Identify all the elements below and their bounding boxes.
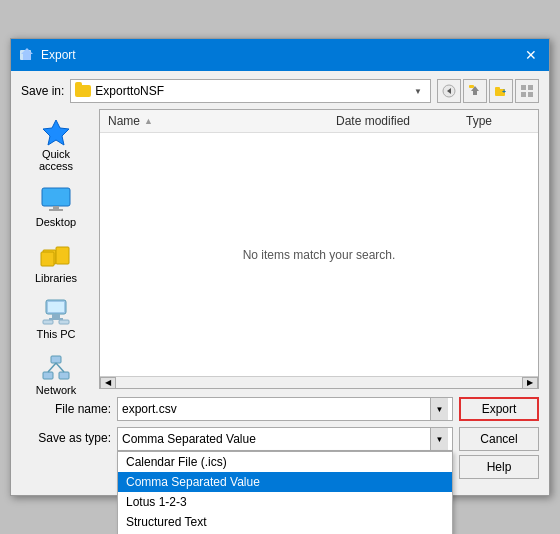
svg-rect-11 (528, 85, 533, 90)
col-type-header[interactable]: Type (458, 112, 538, 130)
filetype-selected-text: Comma Separated Value (122, 432, 430, 446)
horizontal-scrollbar[interactable]: ◀ ▶ (100, 376, 538, 388)
title-bar: Export ✕ (11, 39, 549, 71)
svg-rect-28 (51, 356, 61, 363)
svg-rect-18 (49, 209, 63, 211)
up-icon (468, 84, 482, 98)
sidebar-item-quick-access[interactable]: Quick access (21, 113, 91, 177)
filetype-dropdown-list: Calendar File (.ics) Comma Separated Val… (117, 451, 453, 534)
col-date-header[interactable]: Date modified (328, 112, 458, 130)
filename-combo-arrow[interactable]: ▼ (430, 398, 448, 420)
dialog-title: Export (41, 48, 76, 62)
filename-input[interactable] (122, 402, 430, 416)
sidebar-item-this-pc[interactable]: This PC (21, 293, 91, 345)
right-buttons: Export (459, 397, 539, 421)
new-folder-icon: + (494, 84, 508, 98)
filetype-option-1[interactable]: Comma Separated Value (118, 472, 452, 492)
save-in-label: Save in: (21, 84, 64, 98)
filetype-option-2[interactable]: Lotus 1-2-3 (118, 492, 452, 512)
svg-rect-24 (52, 314, 60, 318)
scroll-track[interactable] (116, 377, 522, 389)
views-icon (520, 84, 534, 98)
save-in-combo[interactable]: ExporttoNSF ▼ (70, 79, 431, 103)
export-title-icon (19, 47, 35, 63)
col-name-header[interactable]: Name ▲ (100, 112, 328, 130)
filename-label: File name: (21, 402, 111, 416)
help-button[interactable]: Help (459, 455, 539, 479)
export-button[interactable]: Export (459, 397, 539, 421)
filetype-arrow-icon: ▼ (430, 428, 448, 450)
empty-message: No items match your search. (243, 248, 396, 262)
sidebar-item-desktop-label: Desktop (36, 216, 76, 228)
svg-rect-6 (469, 85, 474, 88)
svg-rect-30 (59, 372, 69, 379)
main-area: Quick access Desktop (21, 109, 539, 389)
svg-rect-8 (495, 87, 500, 90)
toolbar-buttons: + (437, 79, 539, 103)
up-button[interactable] (463, 79, 487, 103)
svg-rect-13 (528, 92, 533, 97)
svg-rect-26 (43, 320, 53, 324)
filetype-option-0[interactable]: Calendar File (.ics) (118, 452, 452, 472)
svg-rect-15 (42, 188, 70, 206)
cancel-button[interactable]: Cancel (459, 427, 539, 451)
svg-rect-29 (43, 372, 53, 379)
file-list-body: No items match your search. (100, 133, 538, 376)
sidebar-item-libraries[interactable]: Libraries (21, 237, 91, 289)
filetype-dropdown-container: Comma Separated Value ▼ Calendar File (.… (117, 427, 453, 451)
export-dialog: Export ✕ Save in: ExporttoNSF ▼ (10, 38, 550, 496)
svg-rect-21 (56, 247, 69, 264)
filetype-row: Save as type: Comma Separated Value ▼ Ca… (21, 427, 539, 479)
network-icon (40, 354, 72, 382)
views-button[interactable] (515, 79, 539, 103)
bottom-section: File name: ▼ Export Save as type: Comma … (21, 397, 539, 479)
sidebar-item-quick-access-label: Quick access (24, 148, 88, 172)
filetype-dropdown[interactable]: Comma Separated Value ▼ (117, 427, 453, 451)
filename-input-container[interactable]: ▼ (117, 397, 453, 421)
new-folder-button[interactable]: + (489, 79, 513, 103)
sort-arrow-icon: ▲ (144, 116, 153, 126)
libraries-icon (40, 242, 72, 270)
save-in-folder-text: ExporttoNSF (95, 84, 406, 98)
svg-rect-12 (521, 92, 526, 97)
sidebar: Quick access Desktop (21, 109, 91, 389)
right-buttons-2: Cancel Help (459, 427, 539, 479)
folder-icon (75, 85, 91, 97)
sidebar-item-network-label: Network (36, 384, 76, 396)
title-bar-left: Export (19, 47, 76, 63)
close-button[interactable]: ✕ (521, 45, 541, 65)
back-icon (442, 84, 456, 98)
back-button[interactable] (437, 79, 461, 103)
svg-rect-10 (521, 85, 526, 90)
svg-rect-27 (59, 320, 69, 324)
sidebar-item-desktop[interactable]: Desktop (21, 181, 91, 233)
file-list-container: Name ▲ Date modified Type No items match… (99, 109, 539, 389)
sidebar-item-this-pc-label: This PC (36, 328, 75, 340)
svg-line-32 (56, 363, 64, 372)
svg-marker-14 (43, 120, 69, 145)
filetype-option-3[interactable]: Structured Text (118, 512, 452, 532)
quick-access-icon (40, 118, 72, 146)
sidebar-item-libraries-label: Libraries (35, 272, 77, 284)
save-in-arrow-icon: ▼ (410, 80, 426, 102)
sidebar-item-network[interactable]: Network (21, 349, 91, 401)
desktop-icon (40, 186, 72, 214)
file-list-header: Name ▲ Date modified Type (100, 110, 538, 133)
save-in-row: Save in: ExporttoNSF ▼ (21, 79, 539, 103)
scroll-right-button[interactable]: ▶ (522, 377, 538, 389)
svg-rect-20 (41, 252, 54, 266)
svg-line-31 (48, 363, 56, 372)
scroll-left-button[interactable]: ◀ (100, 377, 116, 389)
dialog-body: Save in: ExporttoNSF ▼ (11, 71, 549, 495)
filename-row: File name: ▼ Export (21, 397, 539, 421)
svg-text:+: + (502, 88, 506, 95)
filetype-label: Save as type: (21, 427, 111, 445)
svg-rect-23 (48, 302, 64, 312)
this-pc-icon (40, 298, 72, 326)
